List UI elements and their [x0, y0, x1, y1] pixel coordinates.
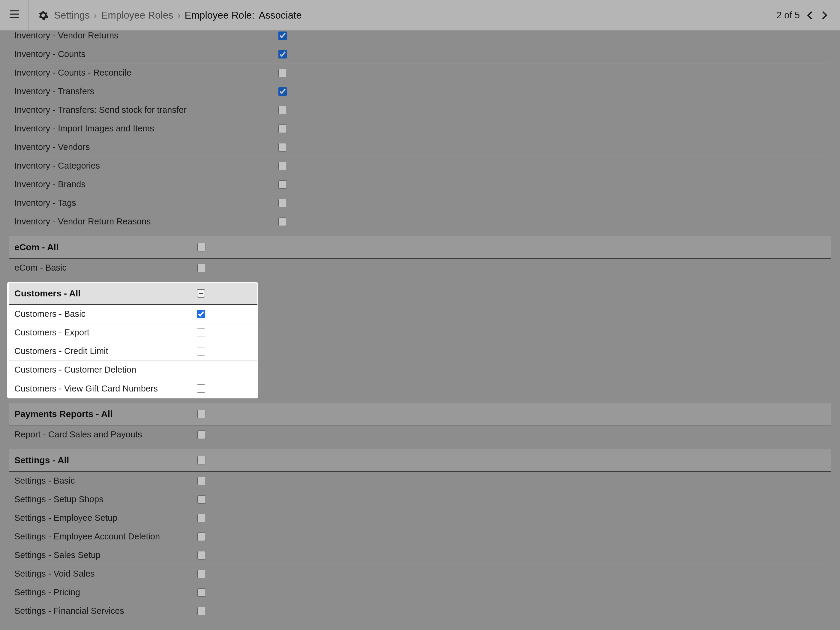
group-title: Payments Reports - All	[14, 409, 197, 419]
app-header: Settings › Employee Roles › Employee Rol…	[0, 0, 840, 31]
permission-label: Settings - Void Sales	[14, 569, 197, 579]
permission-row: Inventory - Import Images and Items	[9, 119, 831, 138]
record-counter: 2 of 5	[777, 10, 800, 21]
permission-checkbox[interactable]	[278, 106, 287, 114]
permission-label: Report - Card Sales and Payouts	[14, 429, 197, 439]
permission-checkbox[interactable]	[278, 218, 287, 226]
permission-label: Inventory - Transfers	[14, 87, 278, 96]
breadcrumb-link-employee-roles[interactable]: Employee Roles	[101, 9, 173, 21]
permission-checkbox[interactable]	[278, 69, 287, 77]
permission-checkbox[interactable]	[278, 125, 287, 133]
permission-checkbox[interactable]	[197, 551, 206, 559]
permission-label: Customers - Basic	[14, 309, 197, 319]
permission-label: eCom - Basic	[14, 263, 197, 273]
breadcrumb-current: Employee Role:	[185, 9, 255, 21]
breadcrumb-current-value: Associate	[259, 9, 302, 21]
permission-row: Inventory - Counts	[9, 45, 831, 63]
permission-label: Settings - Financial Services	[14, 606, 197, 616]
permission-checkbox[interactable]	[197, 514, 206, 522]
permission-row: Settings - Employee Account Deletion	[9, 527, 831, 546]
permission-checkbox[interactable]	[278, 199, 287, 207]
permission-row: Inventory - Transfers: Send stock for tr…	[9, 101, 831, 119]
permission-checkbox[interactable]	[197, 347, 205, 355]
permission-label: Inventory - Counts	[14, 49, 278, 59]
permission-checkbox[interactable]	[278, 87, 287, 96]
permission-checkbox[interactable]	[278, 180, 287, 189]
permission-row: Inventory - Vendors	[9, 138, 831, 156]
permission-label: Inventory - Import Images and Items	[14, 123, 278, 134]
permission-row: eCom - Basic	[9, 259, 831, 277]
permission-checkbox[interactable]	[197, 264, 206, 272]
permission-label: Inventory - Vendor Return Reasons	[14, 216, 278, 226]
permission-checkbox[interactable]	[197, 431, 206, 439]
chevron-left-icon	[805, 10, 816, 21]
permission-checkbox[interactable]	[197, 366, 205, 374]
permission-label: Customers - Customer Deletion	[14, 365, 197, 375]
permission-row: Settings - Employee Setup	[9, 509, 831, 527]
permission-label: Settings - Setup Shops	[14, 494, 197, 504]
permission-checkbox[interactable]	[278, 32, 287, 40]
permission-row: Inventory - Vendor Returns	[9, 31, 831, 45]
breadcrumb: Settings › Employee Roles › Employee Rol…	[54, 9, 302, 21]
next-button[interactable]	[817, 8, 831, 22]
permission-label: Inventory - Brands	[14, 179, 278, 189]
group-title: Customers - All	[14, 288, 197, 298]
group-checkbox[interactable]	[197, 456, 206, 464]
permission-checkbox[interactable]	[197, 477, 206, 485]
permission-label: Settings - Pricing	[14, 587, 197, 597]
permission-label: Settings - Sales Setup	[14, 550, 197, 560]
group-checkbox-indeterminate[interactable]	[197, 289, 205, 298]
permission-row: Customers - Basic	[9, 305, 257, 324]
permission-row: Inventory - Transfers	[9, 82, 831, 101]
chevron-right-icon: ›	[94, 10, 97, 21]
group-header-payments: Payments Reports - All	[9, 403, 831, 425]
permission-row: Settings - Setup Shops	[9, 490, 831, 509]
permission-row: Customers - Customer Deletion	[9, 361, 257, 379]
group-title: Settings - All	[14, 455, 197, 465]
permission-row: Inventory - Brands	[9, 175, 831, 194]
permission-row: Inventory - Counts - Reconcile	[9, 63, 831, 82]
permission-label: Settings - Basic	[14, 476, 197, 486]
permission-checkbox[interactable]	[278, 50, 287, 58]
permission-row: Settings - Void Sales	[9, 565, 831, 583]
permission-checkbox[interactable]	[197, 607, 206, 615]
permission-checkbox[interactable]	[197, 588, 206, 597]
permission-checkbox[interactable]	[197, 532, 206, 541]
permission-row: Settings - Pricing	[9, 583, 831, 602]
permission-checkbox[interactable]	[278, 143, 287, 152]
permission-row: Customers - Credit Limit	[9, 342, 257, 361]
permission-label: Customers - Credit Limit	[14, 346, 197, 356]
permission-checkbox[interactable]	[197, 495, 206, 504]
permission-checkbox[interactable]	[278, 162, 287, 170]
hamburger-icon	[9, 8, 20, 22]
permissions-table: Inventory - Vendor Returns Inventory - C…	[0, 31, 840, 630]
prev-button[interactable]	[804, 8, 817, 22]
permission-label: Inventory - Categories	[14, 161, 278, 171]
permission-row: Settings - Basic	[9, 472, 831, 490]
permission-label: Inventory - Counts - Reconcile	[14, 68, 278, 78]
permission-row: Settings - Financial Services	[9, 602, 831, 621]
permission-checkbox[interactable]	[197, 328, 205, 337]
highlighted-section-customers: Customers - All Customers - Basic Custom…	[8, 283, 257, 398]
permission-row: Customers - View Gift Card Numbers	[9, 379, 257, 398]
breadcrumb-link-settings[interactable]: Settings	[54, 9, 90, 21]
group-header-customers: Customers - All	[9, 283, 257, 305]
permission-checkbox[interactable]	[197, 384, 205, 393]
permission-row: Inventory - Tags	[9, 194, 831, 212]
permission-row: Report - Card Sales and Payouts	[9, 425, 831, 444]
group-checkbox[interactable]	[197, 243, 206, 251]
group-checkbox[interactable]	[197, 410, 206, 418]
permission-row: Inventory - Categories	[9, 156, 831, 175]
group-header-settings: Settings - All	[9, 449, 831, 472]
chevron-right-icon: ›	[178, 10, 181, 21]
permission-checkbox[interactable]	[197, 310, 205, 318]
permission-label: Inventory - Vendors	[14, 142, 278, 152]
permission-label: Customers - Export	[14, 328, 197, 338]
group-header-ecom: eCom - All	[9, 237, 831, 259]
permission-label: Inventory - Transfers: Send stock for tr…	[14, 105, 278, 115]
permission-checkbox[interactable]	[197, 570, 206, 578]
gear-icon	[38, 10, 49, 21]
menu-button[interactable]	[0, 0, 29, 30]
permission-row: Customers - Export	[9, 324, 257, 342]
permission-label: Settings - Employee Setup	[14, 513, 197, 523]
